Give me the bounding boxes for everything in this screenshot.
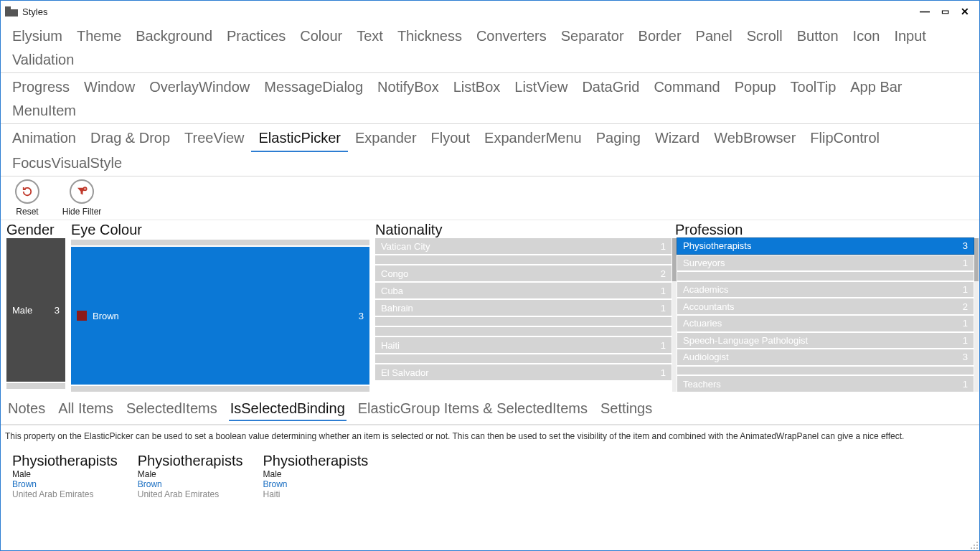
nationality-item[interactable] — [375, 255, 672, 264]
nationality-item[interactable] — [375, 327, 672, 336]
profession-item[interactable]: Actuaries1 — [677, 316, 974, 331]
subtab-settings[interactable]: Settings — [599, 400, 654, 421]
profession-label: Actuaries — [683, 318, 722, 329]
close-button[interactable]: ✕ — [955, 4, 975, 19]
profession-scrollbar-thumb[interactable] — [974, 238, 979, 281]
tab-colour[interactable]: Colour — [293, 25, 349, 49]
tab-flipcontrol[interactable]: FlipControl — [803, 127, 887, 152]
tab-treeview[interactable]: TreeView — [177, 127, 251, 152]
header-gender: Gender — [6, 222, 71, 238]
card-title: Physiotherapists — [263, 453, 369, 469]
reset-icon — [15, 179, 39, 204]
tab-app-bar[interactable]: App Bar — [843, 76, 909, 100]
profession-item[interactable]: Physiotherapists3 — [677, 238, 974, 254]
tab-datagrid[interactable]: DataGrid — [575, 76, 646, 100]
tab-panel[interactable]: Panel — [689, 25, 740, 49]
maximize-button[interactable]: ▭ — [935, 4, 955, 19]
nationality-item[interactable]: El Salvador1 — [375, 364, 672, 380]
tab-webbrowser[interactable]: WebBrowser — [707, 127, 803, 152]
eye-swatch — [77, 311, 87, 321]
tab-drag-drop[interactable]: Drag & Drop — [83, 127, 177, 152]
eye-tile-top[interactable] — [71, 240, 369, 245]
eye-tile-bottom[interactable] — [71, 386, 369, 392]
tab-elasticpicker[interactable]: ElasticPicker — [251, 127, 347, 152]
nationality-item[interactable] — [375, 317, 672, 326]
profession-item[interactable]: Accountants2 — [677, 298, 974, 314]
subtab-selecteditems[interactable]: SelectedItems — [125, 400, 219, 421]
tab-notifybox[interactable]: NotifyBox — [370, 76, 446, 100]
nationality-count: 1 — [661, 286, 666, 296]
minimize-button[interactable]: — — [915, 4, 935, 19]
tab-border[interactable]: Border — [631, 25, 689, 49]
profession-item[interactable] — [677, 367, 974, 375]
card-gender: Male — [263, 469, 369, 479]
tab-overlaywindow[interactable]: OverlayWindow — [142, 76, 257, 100]
subtab-all-items[interactable]: All Items — [57, 400, 115, 421]
tab-text[interactable]: Text — [349, 25, 390, 49]
tab-input[interactable]: Input — [887, 25, 933, 49]
profession-item[interactable] — [677, 272, 974, 281]
tab-listbox[interactable]: ListBox — [446, 76, 508, 100]
tab-popup[interactable]: Popup — [727, 76, 783, 100]
nationality-item[interactable]: Haiti1 — [375, 337, 672, 353]
nationality-count: 2 — [661, 268, 666, 279]
nationality-item[interactable]: Vatican City1 — [375, 238, 672, 254]
tab-animation[interactable]: Animation — [5, 127, 83, 152]
tab-messagedialog[interactable]: MessageDialog — [257, 76, 370, 100]
tab-command[interactable]: Command — [646, 76, 727, 100]
profession-label: Surveyors — [683, 258, 725, 268]
tab-button[interactable]: Button — [790, 25, 846, 49]
tab-wizard[interactable]: Wizard — [648, 127, 707, 152]
tab-scroll[interactable]: Scroll — [740, 25, 790, 49]
eye-tile-brown[interactable]: Brown 3 — [71, 247, 369, 385]
tab-theme[interactable]: Theme — [70, 25, 128, 49]
nationality-item[interactable]: Bahrain1 — [375, 300, 672, 316]
profession-column: Physiotherapists3Surveyors1Academics1Acc… — [677, 238, 974, 392]
tab-icon[interactable]: Icon — [846, 25, 887, 49]
nationality-item[interactable]: Cuba1 — [375, 283, 672, 298]
profession-item[interactable]: Audiologist3 — [677, 349, 974, 365]
profession-item[interactable]: Academics1 — [677, 282, 974, 298]
tab-thickness[interactable]: Thickness — [390, 25, 469, 49]
nationality-scrollbar-thumb[interactable] — [672, 238, 677, 281]
nationality-item[interactable] — [375, 354, 672, 363]
profession-count: 3 — [963, 240, 968, 251]
tab-expander[interactable]: Expander — [348, 127, 424, 152]
gender-tile-male[interactable]: Male 3 — [6, 238, 65, 382]
subtab-notes[interactable]: Notes — [6, 400, 47, 421]
tab-focusvisualstyle[interactable]: FocusVisualStyle — [5, 152, 129, 176]
app-icon — [5, 6, 18, 17]
nationality-label: Haiti — [381, 340, 400, 351]
selected-cards: PhysiotherapistsMaleBrownUnited Arab Emi… — [1, 447, 979, 505]
gender-count: 3 — [55, 305, 60, 316]
tab-listview[interactable]: ListView — [507, 76, 575, 100]
gender-tile-other[interactable] — [6, 383, 65, 389]
tab-separator[interactable]: Separator — [554, 25, 631, 49]
tab-flyout[interactable]: Flyout — [424, 127, 477, 152]
eye-column: Brown 3 — [71, 238, 369, 392]
tab-window[interactable]: Window — [77, 76, 142, 100]
profession-label: Speech-Language Pathologist — [683, 335, 808, 346]
tab-elysium[interactable]: Elysium — [5, 25, 70, 49]
nationality-item[interactable]: Congo2 — [375, 265, 672, 281]
subtab-isselectedbinding[interactable]: IsSelectedBinding — [229, 400, 347, 421]
tab-progress[interactable]: Progress — [5, 76, 77, 100]
tab-paging[interactable]: Paging — [589, 127, 648, 152]
subtab-elasticgroup-items-selecteditems[interactable]: ElasticGroup Items & SelectedItems — [357, 400, 589, 421]
reset-button[interactable]: Reset — [6, 179, 48, 220]
tab-practices[interactable]: Practices — [220, 25, 293, 49]
profession-label: Academics — [683, 284, 729, 295]
tab-background[interactable]: Background — [128, 25, 220, 49]
profession-item[interactable]: Surveyors1 — [677, 255, 974, 271]
card-eye: Brown — [138, 479, 243, 489]
hide-filter-button[interactable]: Hide Filter — [61, 179, 103, 220]
profession-item[interactable]: Teachers1 — [677, 376, 974, 392]
tab-validation[interactable]: Validation — [5, 49, 81, 72]
tab-tooltip[interactable]: ToolTip — [783, 76, 844, 100]
tab-menuitem[interactable]: MenuItem — [5, 100, 83, 123]
tab-expandermenu[interactable]: ExpanderMenu — [477, 127, 589, 152]
profession-item[interactable]: Speech-Language Pathologist1 — [677, 333, 974, 349]
tab-converters[interactable]: Converters — [469, 25, 554, 49]
card-eye: Brown — [263, 479, 369, 489]
resize-grip[interactable] — [970, 541, 979, 550]
